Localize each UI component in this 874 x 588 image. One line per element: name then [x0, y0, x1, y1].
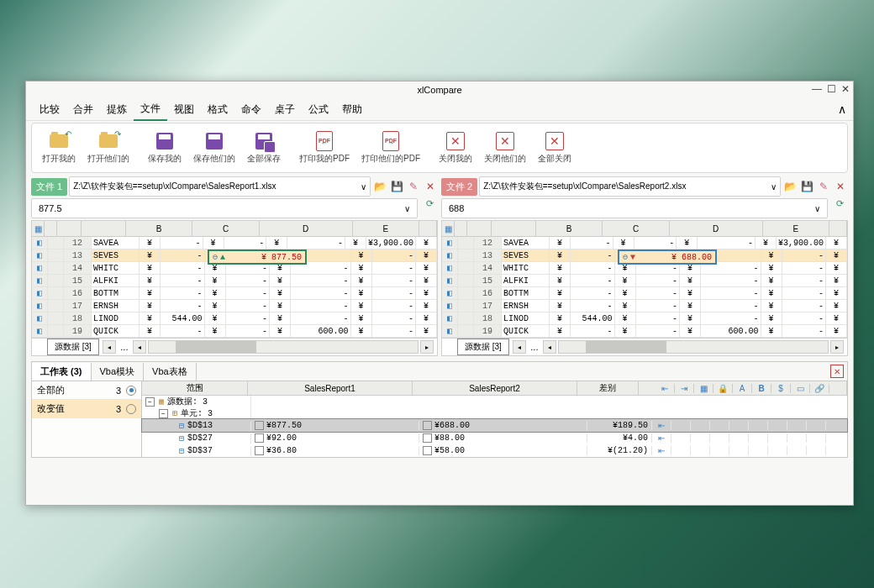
- save-file1-icon[interactable]: 💾: [389, 181, 404, 192]
- border-icon[interactable]: ▭: [791, 384, 810, 393]
- nav-next-icon[interactable]: ⇥: [675, 384, 694, 393]
- menu-item[interactable]: 帮助: [335, 99, 369, 120]
- diff-row[interactable]: ⊟$D$37¥36.80¥58.00¥(21.20)⇤: [142, 444, 847, 457]
- col-header-report2[interactable]: SalesReport2: [413, 381, 577, 395]
- grid-icon[interactable]: ▦: [694, 384, 713, 393]
- close-all-button[interactable]: ✕ 全部关闭: [534, 130, 575, 166]
- open-theirs-button[interactable]: ↷ 打开他们的: [84, 130, 133, 166]
- menu-item[interactable]: 桌子: [268, 99, 302, 120]
- print-mine-pdf-button[interactable]: PDF← 打印我的PDF: [296, 130, 353, 166]
- grid-row[interactable]: ◧15ALFKI¥-¥-¥-¥-¥: [442, 275, 847, 287]
- grid-icon[interactable]: ▦: [32, 221, 45, 236]
- arrow-left-circle-icon[interactable]: ⊖: [623, 252, 628, 262]
- diff-row[interactable]: ⊟$D$13¥877.50¥688.00¥189.50⇤: [142, 419, 847, 432]
- column-header-d[interactable]: D: [260, 221, 353, 236]
- close-button[interactable]: ✕: [841, 83, 850, 95]
- grid-row[interactable]: ◧16BOTTM¥-¥-¥-¥-¥: [442, 287, 847, 300]
- scroll-left-button[interactable]: ◂: [103, 340, 116, 354]
- refresh-file2-icon[interactable]: ⟳: [831, 198, 848, 218]
- file1-path-dropdown[interactable]: Z:\Z\软件安装包==setup\xlCompare\SalesReport1…: [69, 176, 371, 197]
- column-header-e[interactable]: E: [353, 221, 419, 236]
- column-header-c[interactable]: C: [192, 221, 259, 236]
- grid-body-left[interactable]: ◧12SAVEA¥-¥-¥-¥¥3,900.00¥◧13SEVES¥-¥-¥¥-…: [32, 237, 437, 338]
- ribbon-collapse-icon[interactable]: ∧: [838, 102, 846, 116]
- currency-icon[interactable]: $: [771, 384, 791, 393]
- tab-vba-modules[interactable]: Vba模块: [92, 363, 145, 381]
- close-file2-icon[interactable]: ✕: [833, 181, 848, 192]
- grid-row[interactable]: ◧12SAVEA¥-¥-¥-¥¥3,900.00¥: [442, 237, 847, 249]
- horizontal-scrollbar[interactable]: [558, 340, 829, 354]
- column-header-b[interactable]: B: [126, 221, 192, 236]
- column-header-c[interactable]: C: [603, 221, 669, 236]
- diff-row[interactable]: ⊟$D$27¥92.00¥88.00¥4.00⇤: [142, 432, 847, 444]
- scroll-left-button[interactable]: ◂: [513, 340, 526, 354]
- horizontal-scrollbar[interactable]: [148, 340, 419, 354]
- file2-path-dropdown[interactable]: Z:\Z\软件安装包==setup\xlCompare\SalesReport2…: [479, 176, 781, 197]
- grid-body-right[interactable]: ◧12SAVEA¥-¥-¥-¥¥3,900.00¥◧13SEVES¥-¥-¥¥-…: [442, 237, 847, 338]
- col-header-diff[interactable]: 差别: [577, 381, 639, 395]
- minimize-button[interactable]: —: [812, 83, 822, 95]
- menu-item[interactable]: 视图: [167, 99, 201, 120]
- grid-row[interactable]: ◧12SAVEA¥-¥-¥-¥¥3,900.00¥: [32, 237, 437, 249]
- close-file1-icon[interactable]: ✕: [423, 181, 438, 192]
- save-all-button[interactable]: 全部保存: [244, 130, 284, 166]
- filter-all[interactable]: 全部的 3: [32, 381, 141, 400]
- link-icon[interactable]: 🔗: [810, 384, 829, 393]
- grid-row[interactable]: ◧17ERNSH¥-¥-¥-¥-¥: [442, 300, 847, 312]
- open-file1-icon[interactable]: 📂: [372, 181, 387, 192]
- col-header-range[interactable]: 范围: [142, 381, 248, 395]
- tree-node-unit[interactable]: − ⊞ 单元: 3: [142, 407, 847, 419]
- menu-item[interactable]: 公式: [302, 99, 335, 120]
- save-theirs-button[interactable]: 保存他们的: [190, 130, 239, 166]
- grid-row[interactable]: ◧19QUICK¥-¥-¥600.00¥-¥: [32, 325, 437, 338]
- menu-item[interactable]: 文件: [134, 98, 167, 121]
- scroll-right-button[interactable]: ▸: [830, 340, 844, 354]
- open-mine-button[interactable]: ↶ 打开我的: [39, 130, 79, 166]
- column-header-e[interactable]: E: [763, 221, 829, 236]
- grid-row[interactable]: ◧18LINOD¥544.00¥-¥-¥-¥: [442, 312, 847, 325]
- file1-cell-value[interactable]: 877.5 ∨: [31, 198, 418, 218]
- column-header-d[interactable]: D: [670, 221, 763, 236]
- tab-worksheets[interactable]: 工作表 (3): [32, 363, 92, 381]
- expander-icon[interactable]: −: [145, 397, 155, 407]
- save-file2-icon[interactable]: 💾: [799, 181, 814, 192]
- file2-cell-value[interactable]: 688 ∨: [441, 198, 828, 218]
- menu-item[interactable]: 合并: [66, 99, 100, 120]
- menu-item[interactable]: 提炼: [100, 99, 134, 120]
- arrow-left-circle-icon[interactable]: ⊖: [213, 252, 218, 262]
- column-header-b[interactable]: B: [536, 221, 603, 236]
- grid-row[interactable]: ◧16BOTTM¥-¥-¥-¥-¥: [32, 287, 437, 300]
- close-panel-button[interactable]: ✕: [830, 365, 844, 378]
- scroll-left-button[interactable]: ◂: [133, 340, 146, 354]
- bookmark-file2-icon[interactable]: ✎: [816, 181, 831, 192]
- sheet-tab-right[interactable]: 源数据 [3]: [457, 339, 509, 355]
- grid-row[interactable]: ◧19QUICK¥-¥-¥600.00¥-¥: [442, 325, 847, 338]
- col-header-report1[interactable]: SalesReport1: [248, 381, 413, 395]
- close-theirs-button[interactable]: ✕ 关闭他们的: [481, 130, 529, 166]
- radio-icon[interactable]: [126, 386, 136, 396]
- grid-icon[interactable]: ▦: [442, 221, 455, 236]
- filter-changed-values[interactable]: 改变值 3: [32, 400, 141, 418]
- save-mine-button[interactable]: 保存我的: [145, 130, 185, 166]
- lock-icon[interactable]: 🔒: [713, 384, 733, 393]
- print-theirs-pdf-button[interactable]: PDF→ 打印他们的PDF: [358, 130, 424, 166]
- menu-item[interactable]: 比较: [33, 99, 66, 120]
- grid-row[interactable]: ◧17ERNSH¥-¥-¥-¥-¥: [32, 300, 437, 312]
- menu-item[interactable]: 命令: [234, 99, 268, 120]
- bold-icon[interactable]: B: [752, 384, 771, 393]
- scroll-left-button[interactable]: ◂: [543, 340, 556, 354]
- close-mine-button[interactable]: ✕ 关闭我的: [435, 130, 476, 166]
- nav-prev-icon[interactable]: ⇤: [656, 384, 675, 393]
- grid-row[interactable]: ◧18LINOD¥544.00¥-¥-¥-¥: [32, 312, 437, 325]
- sheet-tab-left[interactable]: 源数据 [3]: [47, 339, 99, 355]
- menu-item[interactable]: 格式: [201, 99, 234, 120]
- refresh-file1-icon[interactable]: ⟳: [421, 198, 438, 218]
- grid-row[interactable]: ◧15ALFKI¥-¥-¥-¥-¥: [32, 275, 437, 287]
- scroll-right-button[interactable]: ▸: [420, 340, 434, 354]
- radio-icon[interactable]: [126, 404, 136, 414]
- expander-icon[interactable]: −: [159, 409, 168, 418]
- bookmark-file1-icon[interactable]: ✎: [406, 181, 421, 192]
- tree-node-sheet[interactable]: − ▦ 源数据: 3: [142, 396, 847, 407]
- maximize-button[interactable]: ☐: [827, 83, 836, 95]
- font-color-icon[interactable]: A: [733, 384, 752, 393]
